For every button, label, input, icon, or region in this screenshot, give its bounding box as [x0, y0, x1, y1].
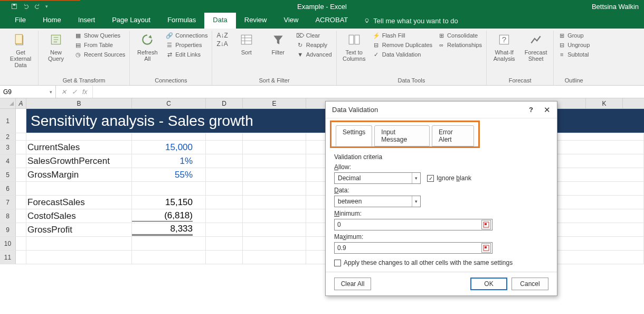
ignore-blank-checkbox[interactable]: ✓Ignore blank — [427, 174, 471, 182]
col-header-e[interactable]: E — [243, 98, 306, 108]
maximum-input[interactable]: 0.9 — [334, 242, 493, 254]
cell-c3[interactable]: 15,000 — [132, 141, 206, 154]
recent-sources-button[interactable]: ◷Recent Sources — [74, 51, 125, 58]
connections-button[interactable]: 🔗Connections — [166, 32, 207, 39]
clear-all-button[interactable]: Clear All — [334, 278, 371, 290]
show-queries-button[interactable]: ▦Show Queries — [74, 32, 125, 39]
clear-button[interactable]: ⌦Clear — [297, 32, 332, 39]
what-if-icon: ? — [496, 32, 512, 48]
advanced-button[interactable]: ▼Advanced — [297, 51, 332, 58]
cell-c8[interactable]: (6,818) — [132, 209, 206, 223]
tab-data[interactable]: Data — [204, 13, 235, 29]
enter-formula-icon[interactable]: ✓ — [72, 88, 77, 96]
range-picker-icon[interactable] — [481, 243, 491, 253]
sort-az-icon[interactable]: A↓Z — [216, 32, 228, 39]
apply-all-checkbox[interactable]: Apply these changes to all other cells w… — [334, 259, 548, 266]
row-header-1[interactable]: 1 — [0, 109, 16, 133]
row-header-9[interactable]: 9 — [0, 223, 16, 236]
group-forecast: Forecast — [491, 76, 549, 85]
ok-button[interactable]: OK — [470, 278, 507, 290]
formula-input[interactable] — [93, 86, 644, 98]
fx-icon[interactable]: fx — [82, 88, 87, 96]
forecast-sheet-button[interactable]: Forecast Sheet — [523, 32, 549, 62]
qat-dropdown-icon[interactable]: ▾ — [45, 4, 48, 9]
consolidate-button[interactable]: ⊞Consolidate — [438, 32, 482, 39]
window-title: Example - Excel — [297, 3, 347, 11]
ungroup-button[interactable]: ⊟Ungroup — [558, 41, 590, 49]
row-header-8[interactable]: 8 — [0, 209, 16, 223]
select-all-corner[interactable] — [0, 98, 16, 108]
tab-input-message[interactable]: Input Message — [374, 125, 430, 146]
properties-button[interactable]: ☰Properties — [166, 41, 207, 49]
group-button[interactable]: ⊞Group — [558, 32, 590, 39]
row-header-2[interactable]: 2 — [0, 133, 16, 140]
name-box[interactable]: G9 — [0, 86, 56, 98]
edit-links-button[interactable]: ⇄Edit Links — [166, 51, 207, 58]
cell-b8[interactable]: CostofSales — [26, 209, 132, 223]
row-header-11[interactable]: 11 — [0, 251, 16, 264]
cell-b3[interactable]: CurrentSales — [26, 141, 132, 154]
row-header-4[interactable]: 4 — [0, 154, 16, 168]
cell-c5[interactable]: 55% — [132, 168, 206, 181]
sort-button[interactable]: Sort — [233, 32, 260, 56]
undo-icon[interactable] — [22, 3, 30, 10]
tab-error-alert[interactable]: Error Alert — [432, 125, 474, 146]
row-header-5[interactable]: 5 — [0, 168, 16, 181]
tab-review[interactable]: Review — [236, 13, 276, 29]
row-header-7[interactable]: 7 — [0, 196, 16, 209]
svg-rect-3 — [366, 22, 368, 23]
dialog-help-button[interactable]: ? — [529, 106, 533, 114]
from-table-button[interactable]: ▤From Table — [74, 41, 125, 49]
row-header-3[interactable]: 3 — [0, 141, 16, 154]
validation-icon: ✓ — [373, 51, 380, 58]
data-validation-button[interactable]: ✓Data Validation — [373, 51, 432, 58]
new-query-icon — [48, 32, 64, 48]
redo-icon[interactable] — [34, 3, 41, 10]
tell-me-search[interactable]: Tell me what you want to do — [356, 13, 465, 29]
data-select[interactable]: between — [334, 196, 421, 207]
tab-home[interactable]: Home — [34, 13, 70, 29]
cell-b9[interactable]: GrossProfit — [26, 223, 132, 236]
cell-c7[interactable]: 15,150 — [132, 196, 206, 209]
cancel-formula-icon[interactable]: ✕ — [61, 88, 67, 96]
tab-page-layout[interactable]: Page Layout — [103, 13, 159, 29]
reapply-button[interactable]: ↻Reapply — [297, 41, 332, 49]
range-picker-icon[interactable] — [481, 220, 491, 229]
row-header-6[interactable]: 6 — [0, 182, 16, 195]
group-get-transform: Get & Transform — [43, 76, 125, 85]
remove-duplicates-button[interactable]: ⊟Remove Duplicates — [373, 41, 432, 49]
cancel-button[interactable]: Cancel — [512, 278, 548, 290]
dialog-close-button[interactable]: ✕ — [544, 105, 551, 115]
row-header-10[interactable]: 10 — [0, 237, 16, 250]
subtotal-button[interactable]: ≡Subtotal — [558, 51, 590, 58]
col-header-d[interactable]: D — [206, 98, 243, 108]
cell-c9[interactable]: 8,333 — [132, 223, 206, 236]
allow-select[interactable]: Decimal — [334, 172, 421, 184]
tab-settings[interactable]: Settings — [336, 125, 372, 146]
filter-button[interactable]: Filter — [265, 32, 291, 56]
col-header-a[interactable]: A — [16, 98, 26, 108]
save-icon[interactable] — [11, 3, 18, 10]
sort-za-icon[interactable]: Z↓A — [216, 40, 228, 48]
tab-acrobat[interactable]: ACROBAT — [307, 13, 356, 29]
text-to-columns-button[interactable]: Text to Columns — [341, 32, 367, 62]
relationships-button[interactable]: ∞Relationships — [438, 41, 482, 49]
tab-file[interactable]: File — [6, 13, 34, 29]
flash-fill-button[interactable]: ⚡Flash Fill — [373, 32, 432, 39]
new-query-button[interactable]: New Query — [43, 32, 69, 62]
cell-b4[interactable]: SalesGrowthPercent — [26, 154, 132, 168]
what-if-button[interactable]: ?What-If Analysis — [491, 32, 517, 62]
col-header-k[interactable]: K — [586, 98, 623, 108]
get-external-data-button[interactable]: Get External Data — [7, 32, 34, 68]
tab-view[interactable]: View — [275, 13, 307, 29]
cell-b5[interactable]: GrossMargin — [26, 168, 132, 181]
tab-formulas[interactable]: Formulas — [159, 13, 204, 29]
col-header-c[interactable]: C — [132, 98, 206, 108]
tab-insert[interactable]: Insert — [70, 13, 104, 29]
col-header-b[interactable]: B — [26, 98, 132, 108]
minimum-input[interactable]: 0 — [334, 219, 493, 230]
svg-text:?: ? — [502, 35, 506, 44]
refresh-all-button[interactable]: Refresh All — [134, 32, 160, 62]
cell-b7[interactable]: ForecastSales — [26, 196, 132, 209]
cell-c4[interactable]: 1% — [132, 154, 206, 168]
